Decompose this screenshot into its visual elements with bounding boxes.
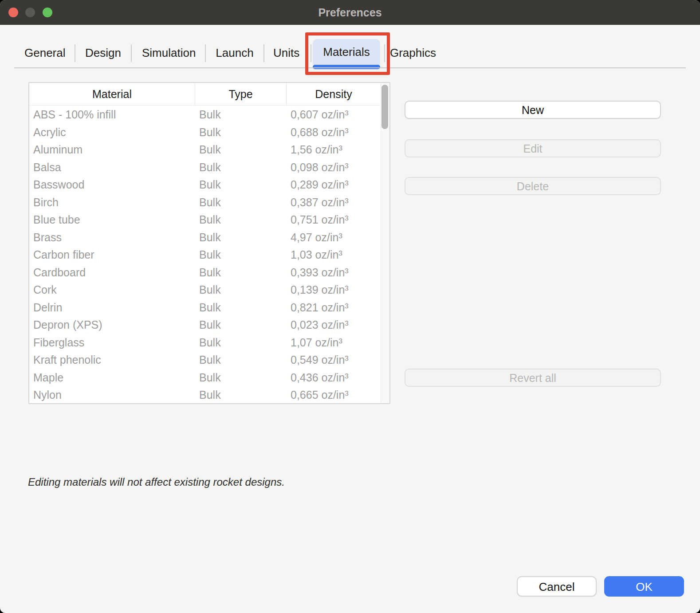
cell-material: Cardboard [29,264,195,282]
cell-density: 0,688 oz/in³ [287,124,381,141]
cell-type: Bulk [195,351,287,369]
table-row[interactable]: AcrylicBulk0,688 oz/in³ [29,124,381,141]
cell-density: 0,751 oz/in³ [287,211,381,229]
cell-type: Bulk [195,141,287,159]
cell-density: 0,098 oz/in³ [287,159,381,177]
cell-type: Bulk [195,299,287,317]
preferences-window: Preferences General Design Simulation La… [0,0,700,613]
cell-material: Nylon [29,386,195,403]
table-row[interactable]: BrassBulk4,97 oz/in³ [29,229,381,247]
cell-type: Bulk [195,176,287,194]
cell-material: Kraft phenolic [29,351,195,369]
table-row[interactable]: CorkBulk0,139 oz/in³ [29,281,381,299]
table-body: ABS - 100% infillBulk0,607 oz/in³Acrylic… [29,106,381,403]
table-row[interactable]: Depron (XPS)Bulk0,023 oz/in³ [29,316,381,334]
column-header-type[interactable]: Type [195,83,287,106]
cell-density: 0,821 oz/in³ [287,299,381,317]
column-header-material[interactable]: Material [29,83,195,106]
cell-type: Bulk [195,334,287,352]
cell-density: 4,97 oz/in³ [287,229,381,247]
tab-simulation[interactable]: Simulation [142,40,195,66]
table-row[interactable]: Blue tubeBulk0,751 oz/in³ [29,211,381,229]
table-row[interactable]: CardboardBulk0,393 oz/in³ [29,264,381,282]
cell-material: Birch [29,194,195,212]
ok-button[interactable]: OK [604,576,684,597]
cell-type: Bulk [195,106,287,124]
tab-separator [205,44,206,62]
tab-design[interactable]: Design [85,40,121,66]
cell-density: 1,56 oz/in³ [287,141,381,159]
cell-density: 0,436 oz/in³ [287,369,381,387]
cell-density: 0,289 oz/in³ [287,176,381,194]
cell-type: Bulk [195,194,287,212]
cell-type: Bulk [195,281,287,299]
cell-type: Bulk [195,264,287,282]
tab-general[interactable]: General [24,40,64,66]
cell-material: Blue tube [29,211,195,229]
tab-graphics[interactable]: Graphics [389,40,437,66]
table-row[interactable]: MapleBulk0,436 oz/in³ [29,369,381,387]
materials-table: Material Type Density ABS - 100% infillB… [28,82,390,404]
table-row[interactable]: AluminumBulk1,56 oz/in³ [29,141,381,159]
table-row[interactable]: Kraft phenolicBulk0,549 oz/in³ [29,351,381,369]
cell-type: Bulk [195,211,287,229]
cell-density: 0,607 oz/in³ [287,106,381,124]
delete-button[interactable]: Delete [405,177,661,195]
table-row[interactable]: NylonBulk0,665 oz/in³ [29,386,381,403]
cell-density: 0,139 oz/in³ [287,281,381,299]
window-title: Preferences [0,0,700,25]
cell-density: 0,023 oz/in³ [287,316,381,334]
table-row[interactable]: Carbon fiberBulk1,03 oz/in³ [29,246,381,264]
cell-density: 0,393 oz/in³ [287,264,381,282]
cell-material: Aluminum [29,141,195,159]
cell-material: Depron (XPS) [29,316,195,334]
tab-units[interactable]: Units [273,40,299,66]
cell-material: Delrin [29,299,195,317]
cell-material: Acrylic [29,124,195,141]
cell-material: Balsa [29,159,195,177]
tab-launch[interactable]: Launch [216,40,254,66]
revert-all-button[interactable]: Revert all [405,369,661,387]
scrollbar-track[interactable] [381,83,389,403]
scrollbar-thumb[interactable] [381,85,388,129]
table-row[interactable]: BalsaBulk0,098 oz/in³ [29,159,381,177]
cell-type: Bulk [195,246,287,264]
table-row[interactable]: BirchBulk0,387 oz/in³ [29,194,381,212]
cancel-button[interactable]: Cancel [517,576,597,597]
materials-note: Editing materials will not affect existi… [28,476,285,488]
cell-density: 0,549 oz/in³ [287,351,381,369]
edit-button[interactable]: Edit [405,139,661,157]
new-button[interactable]: New [405,101,661,119]
cell-density: 1,03 oz/in³ [287,246,381,264]
cell-type: Bulk [195,124,287,141]
tab-materials[interactable]: Materials [313,39,380,65]
tab-separator [263,44,264,62]
cell-type: Bulk [195,316,287,334]
tab-separator [131,44,132,62]
table-row[interactable]: FiberglassBulk1,07 oz/in³ [29,334,381,352]
cell-material: ABS - 100% infill [29,106,195,124]
cell-material: Brass [29,229,195,247]
cell-type: Bulk [195,369,287,387]
cell-density: 0,387 oz/in³ [287,194,381,212]
cell-density: 1,07 oz/in³ [287,334,381,352]
cell-material: Carbon fiber [29,246,195,264]
cell-material: Fiberglass [29,334,195,352]
cell-type: Bulk [195,386,287,403]
tab-separator [311,44,311,62]
table-row[interactable]: DelrinBulk0,821 oz/in³ [29,299,381,317]
cell-material: Maple [29,369,195,387]
cell-type: Bulk [195,159,287,177]
cell-material: Basswood [29,176,195,194]
tab-separator [384,44,385,62]
table-row[interactable]: ABS - 100% infillBulk0,607 oz/in³ [29,106,381,124]
selected-tab-underline [313,65,380,69]
table-row[interactable]: BasswoodBulk0,289 oz/in³ [29,176,381,194]
tab-separator [75,44,75,62]
cell-density: 0,665 oz/in³ [287,386,381,403]
table-header: Material Type Density [29,83,381,106]
column-header-density[interactable]: Density [287,83,381,106]
tabs-divider [14,67,686,68]
cell-type: Bulk [195,229,287,247]
cell-material: Cork [29,281,195,299]
